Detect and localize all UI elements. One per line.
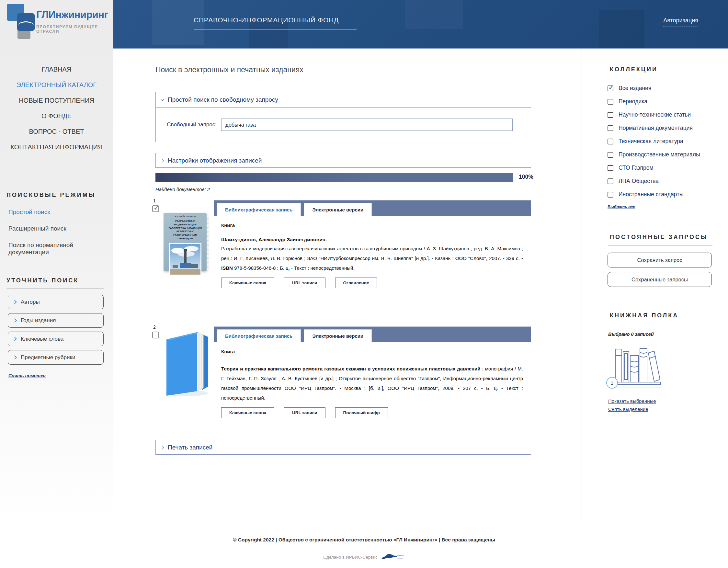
cover-author-line: А.З.ШАЙХУТДИНОВ [164, 215, 207, 217]
bookshelf-icon [611, 341, 663, 390]
checkbox-icon[interactable] [608, 178, 613, 184]
checkbox-icon[interactable] [608, 192, 613, 198]
nav-item-home[interactable]: ГЛАВНАЯ [0, 62, 113, 77]
book-cover-thumbnail[interactable]: А.З.ШАЙХУТДИНОВ РАЗРАБОТКА И МОДЕРНИЗАЦИ… [164, 213, 207, 271]
refine-search-title: УТОЧНИТЬ ПОИСК [6, 277, 79, 284]
chevron-right-icon [13, 318, 17, 323]
main-nav: ГЛАВНАЯ ЭЛЕКТРОННЫЙ КАТАЛОГ НОВЫЕ ПОСТУП… [0, 62, 113, 155]
tab-biblio-record[interactable]: Библиографическая запись [217, 203, 301, 216]
record-checkbox[interactable] [152, 332, 159, 338]
nav-item-contacts[interactable]: КОНТАКТНАЯ ИНФОРМАЦИЯ [0, 139, 113, 155]
collection-production-materials[interactable]: Производственные материалы [608, 151, 700, 158]
footer: © Copyright 2022 | Общество с ограниченн… [0, 521, 728, 568]
nav-item-catalog[interactable]: ЭЛЕКТРОННЫЙ КАТАЛОГ [0, 77, 113, 93]
tab-biblio-record[interactable]: Библиографическая запись [217, 329, 301, 342]
tab-electronic-versions[interactable]: Электронные версии [304, 329, 372, 342]
nav-item-new-arrivals[interactable]: НОВЫЕ ПОСТУПЛЕНИЯ [0, 93, 113, 108]
mode-normative-search[interactable]: Поиск по нормативной документации [8, 242, 113, 256]
header-art [599, 10, 644, 49]
mode-simple-search[interactable]: Простой поиск [8, 209, 50, 216]
bookshelf-selected-count: Выбрано 0 записей [608, 332, 654, 337]
collection-normative-docs[interactable]: Нормативная документация [608, 125, 693, 131]
svg-text:ИРБИС: ИРБИС [397, 554, 405, 557]
record-url-button[interactable]: URL записи [284, 407, 325, 418]
record-description: Разработка и модернизация газоперекачива… [221, 244, 523, 273]
record-author: Шайхутдинов, Александр Зайнетдинович. [221, 237, 523, 243]
nav-item-qa[interactable]: ВОПРОС - ОТВЕТ [0, 124, 113, 139]
select-all-link[interactable]: Выбрать все [608, 205, 635, 209]
checkbox-icon[interactable] [608, 152, 613, 158]
record-card: Библиографическая запись Электронные вер… [214, 326, 531, 421]
refine-years[interactable]: Годы издания [8, 313, 104, 328]
left-sidebar: ГЛАВНАЯ ЭЛЕКТРОННЫЙ КАТАЛОГ НОВЫЕ ПОСТУП… [0, 49, 113, 521]
divider [155, 80, 334, 80]
keywords-button[interactable]: Ключевые слова [221, 407, 274, 418]
search-progress-bar [155, 173, 513, 182]
table-of-contents-button[interactable]: Оглавление [335, 278, 377, 288]
collection-foreign-standards[interactable]: Иностранные стандарты [608, 191, 684, 198]
simple-search-panel-header[interactable]: Простой поиск по свободному запросу [156, 92, 531, 107]
display-settings-panel: Настройки отображения записей [155, 153, 531, 168]
collection-lna[interactable]: ЛНА Общества [608, 178, 659, 185]
chevron-right-icon [13, 355, 17, 359]
bookshelf-title: КНИЖНАЯ ПОЛКА [610, 312, 678, 319]
checkbox-icon[interactable] [608, 112, 613, 118]
record-type: Книга [221, 349, 523, 354]
isbn-label: ISBN [221, 265, 233, 271]
record-number: 1 [153, 198, 156, 203]
refine-subjects[interactable]: Предметные рубрики [8, 350, 104, 365]
collection-all-editions[interactable]: Все издания [608, 85, 651, 92]
chevron-right-icon [160, 446, 164, 449]
collection-periodicals[interactable]: Периодика [608, 98, 647, 105]
saved-queries-button[interactable]: Сохраненные запросы [608, 272, 712, 287]
collection-technical-literature[interactable]: Техническая литература [608, 138, 683, 145]
checkbox-icon[interactable] [608, 139, 613, 144]
mode-advanced-search[interactable]: Расширенный поиск [8, 225, 66, 232]
refine-keywords[interactable]: Ключевые слова [8, 332, 104, 346]
chevron-down-icon [160, 97, 164, 101]
cover-title: РАЗРАБОТКА И МОДЕРНИЗАЦИЯ ГАЗОПЕРЕКАЧИВА… [166, 220, 204, 241]
save-query-button[interactable]: Сохранить запрос [608, 253, 712, 267]
checkbox-icon[interactable] [608, 165, 613, 171]
checkbox-icon[interactable] [608, 85, 613, 91]
record-card: Библиографическая запись Электронные вер… [214, 200, 531, 301]
brand-tagline: ПРОЕКТИРУЕМ БУДУЩЕЕ ОТРАСЛИ [36, 25, 111, 34]
login-link[interactable]: Авторизация [663, 17, 698, 27]
nav-item-about-fund[interactable]: О ФОНДЕ [0, 108, 113, 124]
book-cover-thumbnail[interactable] [161, 330, 212, 398]
keywords-button[interactable]: Ключевые слова [221, 278, 274, 288]
divider [608, 78, 712, 78]
bookshelf-badge: 1 [606, 377, 618, 389]
chevron-right-icon [160, 159, 164, 162]
tab-electronic-versions[interactable]: Электронные версии [304, 203, 372, 216]
query-input[interactable] [221, 119, 513, 131]
record-tabs-strip: Библиографическая запись Электронные вер… [214, 327, 531, 342]
display-settings-panel-header[interactable]: Настройки отображения записей [156, 153, 531, 168]
logo-block[interactable]: ГЛИнжиниринг ПРОЕКТИРУЕМ БУДУЩЕЕ ОТРАСЛИ [0, 0, 113, 49]
collections-title: КОЛЛЕКЦИИ [610, 66, 658, 73]
made-in-text[interactable]: Сделано в ИРБИС-Сервис [323, 555, 377, 560]
checkbox-icon[interactable] [608, 125, 613, 131]
shelf-code-button[interactable]: Полочный шифр [335, 407, 388, 418]
refine-authors[interactable]: Авторы [8, 295, 104, 309]
clear-marks-link[interactable]: Снять пометки [8, 373, 46, 378]
checkbox-icon[interactable] [608, 99, 613, 105]
simple-search-panel-body: Свободный запрос: [156, 107, 531, 142]
record-url-button[interactable]: URL записи [284, 278, 325, 288]
right-sidebar: КОЛЛЕКЦИИ Все издания Периодика Научно-т… [582, 49, 728, 521]
show-selected-link[interactable]: Показать выбранные [608, 398, 656, 404]
query-label: Свободный запрос: [162, 121, 217, 128]
record-number: 2 [153, 324, 156, 330]
collection-sto-gazprom[interactable]: СТО Газпром [608, 165, 653, 171]
print-records-panel-header[interactable]: Печать записей [156, 440, 531, 455]
clear-selection-link[interactable]: Снять выделение [608, 406, 648, 412]
main-content: Поиск в электронных и печатных изданиях … [113, 49, 582, 521]
chevron-right-icon [13, 300, 17, 304]
found-count: Найдено документов: 2 [155, 187, 210, 192]
record-checkbox[interactable] [152, 205, 159, 212]
page-title: Поиск в электронных и печатных изданиях [155, 65, 303, 74]
irbis-service-logo-icon[interactable]: ИРБИС Сервис [381, 552, 405, 562]
collection-sci-tech-articles[interactable]: Научно-технические статьи [608, 111, 691, 118]
progress-percent: 100% [519, 174, 533, 180]
copyright-text: © Copyright 2022 | Общество с ограниченн… [0, 537, 728, 543]
